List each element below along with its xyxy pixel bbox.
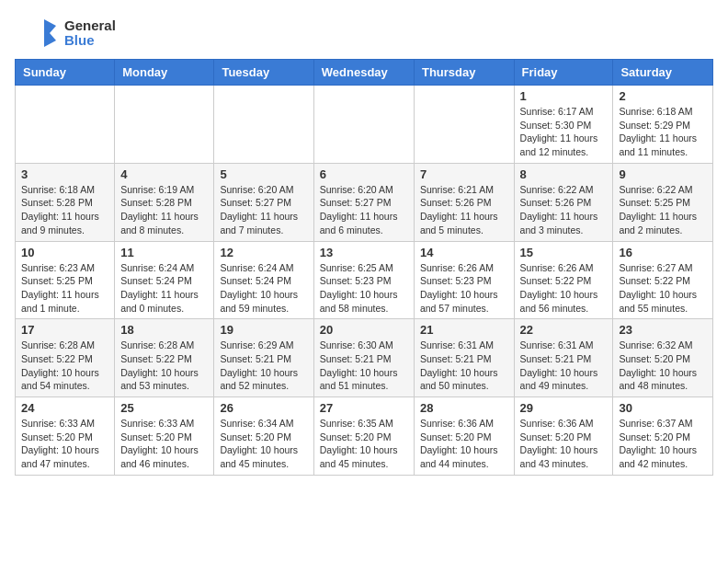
calendar-cell: 28Sunrise: 6:36 AM Sunset: 5:20 PM Dayli… [414, 397, 514, 476]
day-info: Sunrise: 6:20 AM Sunset: 5:27 PM Dayligh… [320, 183, 408, 237]
calendar-cell: 25Sunrise: 6:33 AM Sunset: 5:20 PM Dayli… [115, 397, 214, 476]
logo-general-text: General [64, 18, 116, 34]
calendar-cell: 24Sunrise: 6:33 AM Sunset: 5:20 PM Dayli… [16, 397, 115, 476]
calendar-table: SundayMondayTuesdayWednesdayThursdayFrid… [15, 59, 713, 476]
calendar-week-row: 10Sunrise: 6:23 AM Sunset: 5:25 PM Dayli… [16, 241, 713, 319]
day-info: Sunrise: 6:29 AM Sunset: 5:21 PM Dayligh… [220, 339, 307, 393]
day-info: Sunrise: 6:32 AM Sunset: 5:20 PM Dayligh… [619, 339, 707, 393]
calendar-week-row: 17Sunrise: 6:28 AM Sunset: 5:22 PM Dayli… [16, 319, 713, 397]
calendar-cell: 22Sunrise: 6:31 AM Sunset: 5:21 PM Dayli… [514, 319, 613, 397]
day-info: Sunrise: 6:26 AM Sunset: 5:23 PM Dayligh… [420, 261, 508, 316]
day-number: 4 [120, 167, 208, 181]
day-info: Sunrise: 6:23 AM Sunset: 5:25 PM Dayligh… [21, 261, 108, 316]
day-number: 14 [420, 246, 508, 259]
day-number: 26 [220, 401, 307, 415]
day-number: 24 [21, 401, 108, 415]
column-header-thursday: Thursday [414, 60, 514, 86]
day-number: 10 [21, 246, 108, 259]
calendar-cell: 26Sunrise: 6:34 AM Sunset: 5:20 PM Dayli… [214, 397, 313, 476]
day-number: 15 [520, 246, 608, 259]
day-number: 30 [619, 401, 707, 415]
day-number: 5 [220, 167, 307, 181]
day-number: 28 [420, 401, 508, 415]
day-info: Sunrise: 6:34 AM Sunset: 5:20 PM Dayligh… [220, 417, 307, 471]
day-info: Sunrise: 6:17 AM Sunset: 5:30 PM Dayligh… [520, 105, 608, 159]
calendar-cell: 23Sunrise: 6:32 AM Sunset: 5:20 PM Dayli… [613, 319, 713, 397]
day-number: 25 [120, 401, 208, 415]
column-header-monday: Monday [115, 60, 214, 86]
day-number: 7 [420, 167, 508, 181]
calendar-cell: 14Sunrise: 6:26 AM Sunset: 5:23 PM Dayli… [414, 241, 514, 319]
day-number: 17 [21, 323, 108, 337]
day-number: 19 [220, 323, 307, 337]
day-info: Sunrise: 6:33 AM Sunset: 5:20 PM Dayligh… [21, 417, 108, 471]
day-number: 13 [320, 246, 408, 259]
day-info: Sunrise: 6:27 AM Sunset: 5:22 PM Dayligh… [619, 261, 707, 316]
logo-icon [15, 15, 61, 52]
day-info: Sunrise: 6:26 AM Sunset: 5:22 PM Dayligh… [520, 261, 608, 316]
day-info: Sunrise: 6:28 AM Sunset: 5:22 PM Dayligh… [120, 339, 208, 393]
column-header-sunday: Sunday [16, 60, 115, 86]
day-info: Sunrise: 6:37 AM Sunset: 5:20 PM Dayligh… [619, 417, 707, 471]
calendar-cell [313, 86, 414, 164]
day-number: 22 [520, 323, 608, 337]
calendar-cell: 5Sunrise: 6:20 AM Sunset: 5:27 PM Daylig… [214, 163, 313, 241]
calendar-cell [115, 86, 214, 164]
calendar-cell: 12Sunrise: 6:24 AM Sunset: 5:24 PM Dayli… [214, 241, 313, 319]
calendar-cell [214, 86, 313, 164]
day-info: Sunrise: 6:31 AM Sunset: 5:21 PM Dayligh… [520, 339, 608, 393]
calendar-cell: 4Sunrise: 6:19 AM Sunset: 5:28 PM Daylig… [115, 163, 214, 241]
column-header-saturday: Saturday [613, 60, 713, 86]
day-number: 12 [220, 246, 307, 259]
day-info: Sunrise: 6:25 AM Sunset: 5:23 PM Dayligh… [320, 261, 408, 316]
day-info: Sunrise: 6:30 AM Sunset: 5:21 PM Dayligh… [320, 339, 408, 393]
calendar-cell: 2Sunrise: 6:18 AM Sunset: 5:29 PM Daylig… [613, 86, 713, 164]
calendar-cell: 15Sunrise: 6:26 AM Sunset: 5:22 PM Dayli… [514, 241, 613, 319]
calendar-cell: 18Sunrise: 6:28 AM Sunset: 5:22 PM Dayli… [115, 319, 214, 397]
day-number: 16 [619, 246, 707, 259]
column-header-wednesday: Wednesday [313, 60, 414, 86]
calendar-cell: 17Sunrise: 6:28 AM Sunset: 5:22 PM Dayli… [16, 319, 115, 397]
calendar-week-row: 24Sunrise: 6:33 AM Sunset: 5:20 PM Dayli… [16, 397, 713, 476]
calendar-cell: 29Sunrise: 6:36 AM Sunset: 5:20 PM Dayli… [514, 397, 613, 476]
calendar-cell: 1Sunrise: 6:17 AM Sunset: 5:30 PM Daylig… [514, 86, 613, 164]
calendar-cell: 19Sunrise: 6:29 AM Sunset: 5:21 PM Dayli… [214, 319, 313, 397]
calendar-cell: 27Sunrise: 6:35 AM Sunset: 5:20 PM Dayli… [313, 397, 414, 476]
day-info: Sunrise: 6:31 AM Sunset: 5:21 PM Dayligh… [420, 339, 508, 393]
day-info: Sunrise: 6:28 AM Sunset: 5:22 PM Dayligh… [21, 339, 108, 393]
column-header-tuesday: Tuesday [214, 60, 313, 86]
day-number: 9 [619, 167, 707, 181]
day-number: 18 [120, 323, 208, 337]
calendar-cell: 20Sunrise: 6:30 AM Sunset: 5:21 PM Dayli… [313, 319, 414, 397]
day-info: Sunrise: 6:33 AM Sunset: 5:20 PM Dayligh… [120, 417, 208, 471]
calendar-week-row: 1Sunrise: 6:17 AM Sunset: 5:30 PM Daylig… [16, 86, 713, 164]
calendar-cell: 7Sunrise: 6:21 AM Sunset: 5:26 PM Daylig… [414, 163, 514, 241]
day-number: 11 [120, 246, 208, 259]
day-number: 21 [420, 323, 508, 337]
logo-blue-text: Blue [64, 33, 116, 49]
calendar-cell: 16Sunrise: 6:27 AM Sunset: 5:22 PM Dayli… [613, 241, 713, 319]
calendar-cell: 11Sunrise: 6:24 AM Sunset: 5:24 PM Dayli… [115, 241, 214, 319]
calendar-cell: 9Sunrise: 6:22 AM Sunset: 5:25 PM Daylig… [613, 163, 713, 241]
column-header-friday: Friday [514, 60, 613, 86]
calendar-week-row: 3Sunrise: 6:18 AM Sunset: 5:28 PM Daylig… [16, 163, 713, 241]
calendar-cell: 21Sunrise: 6:31 AM Sunset: 5:21 PM Dayli… [414, 319, 514, 397]
calendar-cell: 10Sunrise: 6:23 AM Sunset: 5:25 PM Dayli… [16, 241, 115, 319]
day-info: Sunrise: 6:22 AM Sunset: 5:26 PM Dayligh… [520, 183, 608, 237]
calendar-cell: 6Sunrise: 6:20 AM Sunset: 5:27 PM Daylig… [313, 163, 414, 241]
day-info: Sunrise: 6:18 AM Sunset: 5:28 PM Dayligh… [21, 183, 108, 237]
day-info: Sunrise: 6:21 AM Sunset: 5:26 PM Dayligh… [420, 183, 508, 237]
logo: GeneralBlue [15, 15, 116, 52]
day-info: Sunrise: 6:22 AM Sunset: 5:25 PM Dayligh… [619, 183, 707, 237]
day-number: 23 [619, 323, 707, 337]
day-number: 6 [320, 167, 408, 181]
calendar-header-row: SundayMondayTuesdayWednesdayThursdayFrid… [16, 60, 713, 86]
day-number: 20 [320, 323, 408, 337]
day-number: 29 [520, 401, 608, 415]
day-number: 1 [520, 89, 608, 103]
calendar-cell [414, 86, 514, 164]
header: GeneralBlue [15, 15, 713, 52]
day-info: Sunrise: 6:36 AM Sunset: 5:20 PM Dayligh… [420, 417, 508, 471]
day-number: 8 [520, 167, 608, 181]
day-number: 3 [21, 167, 108, 181]
